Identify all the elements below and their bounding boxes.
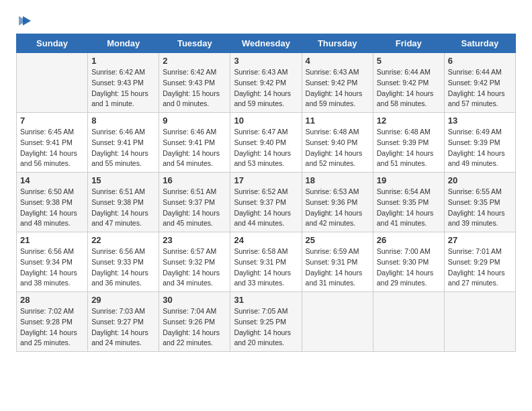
day-info: Sunrise: 6:56 AMSunset: 9:34 PMDaylight:… [20,246,84,289]
day-info: Sunrise: 6:51 AMSunset: 9:38 PMDaylight:… [91,187,155,229]
day-info: Sunrise: 6:54 AMSunset: 9:35 PMDaylight:… [377,187,441,229]
day-number: 21 [20,235,84,245]
day-number: 15 [91,175,155,185]
day-number: 22 [91,235,155,245]
day-info: Sunrise: 6:59 AMSunset: 9:31 PMDaylight:… [306,246,369,289]
day-number: 3 [234,56,298,66]
day-cell [302,292,373,352]
day-info: Sunrise: 6:55 AMSunset: 9:35 PMDaylight:… [448,187,512,229]
week-row-0: 1Sunrise: 6:42 AMSunset: 9:43 PMDaylight… [17,53,516,113]
day-info: Sunrise: 6:57 AMSunset: 9:32 PMDaylight:… [163,246,226,289]
header-cell-thursday: Thursday [302,34,373,53]
day-info: Sunrise: 6:42 AMSunset: 9:43 PMDaylight:… [91,67,155,109]
header [16,13,516,28]
week-row-2: 14Sunrise: 6:50 AMSunset: 9:38 PMDayligh… [17,173,516,232]
day-number: 5 [377,56,441,66]
day-cell: 25Sunrise: 6:59 AMSunset: 9:31 PMDayligh… [302,232,373,292]
day-number: 10 [234,116,298,126]
day-cell: 24Sunrise: 6:58 AMSunset: 9:31 PMDayligh… [230,232,302,292]
day-cell: 20Sunrise: 6:55 AMSunset: 9:35 PMDayligh… [444,173,515,232]
day-cell: 19Sunrise: 6:54 AMSunset: 9:35 PMDayligh… [373,173,444,232]
header-row: SundayMondayTuesdayWednesdayThursdayFrid… [17,34,516,53]
day-cell: 16Sunrise: 6:51 AMSunset: 9:37 PMDayligh… [159,173,230,232]
day-number: 17 [234,175,298,185]
day-number: 8 [91,116,155,126]
day-number: 13 [448,116,512,126]
day-number: 19 [377,175,441,185]
day-info: Sunrise: 7:03 AMSunset: 9:27 PMDaylight:… [91,306,155,349]
day-cell: 29Sunrise: 7:03 AMSunset: 9:27 PMDayligh… [88,292,159,352]
day-number: 16 [163,175,226,185]
day-info: Sunrise: 6:44 AMSunset: 9:42 PMDaylight:… [377,67,441,109]
logo [16,13,32,28]
day-info: Sunrise: 6:51 AMSunset: 9:37 PMDaylight:… [163,187,226,229]
calendar-table: SundayMondayTuesdayWednesdayThursdayFrid… [16,34,516,352]
day-number: 25 [306,235,369,245]
day-info: Sunrise: 6:49 AMSunset: 9:39 PMDaylight:… [448,127,512,169]
day-cell: 28Sunrise: 7:02 AMSunset: 9:28 PMDayligh… [17,292,88,352]
week-row-4: 28Sunrise: 7:02 AMSunset: 9:28 PMDayligh… [17,292,516,352]
day-cell: 17Sunrise: 6:52 AMSunset: 9:37 PMDayligh… [230,173,302,232]
day-number: 12 [377,116,441,126]
day-info: Sunrise: 7:00 AMSunset: 9:30 PMDaylight:… [377,246,441,289]
header-cell-wednesday: Wednesday [230,34,302,53]
day-cell: 11Sunrise: 6:48 AMSunset: 9:40 PMDayligh… [302,113,373,173]
day-number: 28 [20,295,84,305]
day-info: Sunrise: 6:47 AMSunset: 9:40 PMDaylight:… [234,127,298,169]
day-info: Sunrise: 6:42 AMSunset: 9:43 PMDaylight:… [163,67,226,109]
day-cell: 14Sunrise: 6:50 AMSunset: 9:38 PMDayligh… [17,173,88,232]
day-number: 29 [91,295,155,305]
day-cell: 4Sunrise: 6:43 AMSunset: 9:42 PMDaylight… [302,53,373,113]
day-info: Sunrise: 6:56 AMSunset: 9:33 PMDaylight:… [91,246,155,289]
day-cell: 5Sunrise: 6:44 AMSunset: 9:42 PMDaylight… [373,53,444,113]
week-row-1: 7Sunrise: 6:45 AMSunset: 9:41 PMDaylight… [17,113,516,173]
day-number: 27 [448,235,512,245]
day-cell: 21Sunrise: 6:56 AMSunset: 9:34 PMDayligh… [17,232,88,292]
day-cell: 3Sunrise: 6:43 AMSunset: 9:42 PMDaylight… [230,53,302,113]
day-cell [444,292,515,352]
day-number: 1 [91,56,155,66]
day-cell [17,53,88,113]
day-info: Sunrise: 6:45 AMSunset: 9:41 PMDaylight:… [20,127,84,169]
day-cell: 7Sunrise: 6:45 AMSunset: 9:41 PMDaylight… [17,113,88,173]
day-info: Sunrise: 7:04 AMSunset: 9:26 PMDaylight:… [163,306,226,349]
day-cell: 13Sunrise: 6:49 AMSunset: 9:39 PMDayligh… [444,113,515,173]
day-number: 24 [234,235,298,245]
header-cell-monday: Monday [88,34,159,53]
day-cell: 30Sunrise: 7:04 AMSunset: 9:26 PMDayligh… [159,292,230,352]
day-number: 2 [163,56,226,66]
day-cell: 15Sunrise: 6:51 AMSunset: 9:38 PMDayligh… [88,173,159,232]
day-number: 20 [448,175,512,185]
day-number: 9 [163,116,226,126]
header-cell-saturday: Saturday [444,34,515,53]
day-cell: 18Sunrise: 6:53 AMSunset: 9:36 PMDayligh… [302,173,373,232]
day-cell: 22Sunrise: 6:56 AMSunset: 9:33 PMDayligh… [88,232,159,292]
day-number: 6 [448,56,512,66]
day-number: 31 [234,295,298,305]
header-cell-sunday: Sunday [17,34,88,53]
week-row-3: 21Sunrise: 6:56 AMSunset: 9:34 PMDayligh… [17,232,516,292]
day-info: Sunrise: 6:53 AMSunset: 9:36 PMDaylight:… [306,187,369,229]
day-info: Sunrise: 6:44 AMSunset: 9:42 PMDaylight:… [448,67,512,109]
day-cell [373,292,444,352]
day-info: Sunrise: 6:46 AMSunset: 9:41 PMDaylight:… [91,127,155,169]
day-info: Sunrise: 6:48 AMSunset: 9:40 PMDaylight:… [306,127,369,169]
day-number: 11 [306,116,369,126]
day-info: Sunrise: 6:58 AMSunset: 9:31 PMDaylight:… [234,246,298,289]
day-cell: 31Sunrise: 7:05 AMSunset: 9:25 PMDayligh… [230,292,302,352]
day-info: Sunrise: 6:48 AMSunset: 9:39 PMDaylight:… [377,127,441,169]
day-info: Sunrise: 6:43 AMSunset: 9:42 PMDaylight:… [306,67,369,109]
day-number: 7 [20,116,84,126]
day-cell: 12Sunrise: 6:48 AMSunset: 9:39 PMDayligh… [373,113,444,173]
day-info: Sunrise: 7:01 AMSunset: 9:29 PMDaylight:… [448,246,512,289]
day-cell: 1Sunrise: 6:42 AMSunset: 9:43 PMDaylight… [88,53,159,113]
day-cell: 6Sunrise: 6:44 AMSunset: 9:42 PMDaylight… [444,53,515,113]
day-info: Sunrise: 6:43 AMSunset: 9:42 PMDaylight:… [234,67,298,109]
day-number: 14 [20,175,84,185]
day-info: Sunrise: 6:52 AMSunset: 9:37 PMDaylight:… [234,187,298,229]
day-cell: 8Sunrise: 6:46 AMSunset: 9:41 PMDaylight… [88,113,159,173]
day-info: Sunrise: 6:50 AMSunset: 9:38 PMDaylight:… [20,187,84,229]
day-cell: 10Sunrise: 6:47 AMSunset: 9:40 PMDayligh… [230,113,302,173]
day-number: 30 [163,295,226,305]
header-cell-friday: Friday [373,34,444,53]
